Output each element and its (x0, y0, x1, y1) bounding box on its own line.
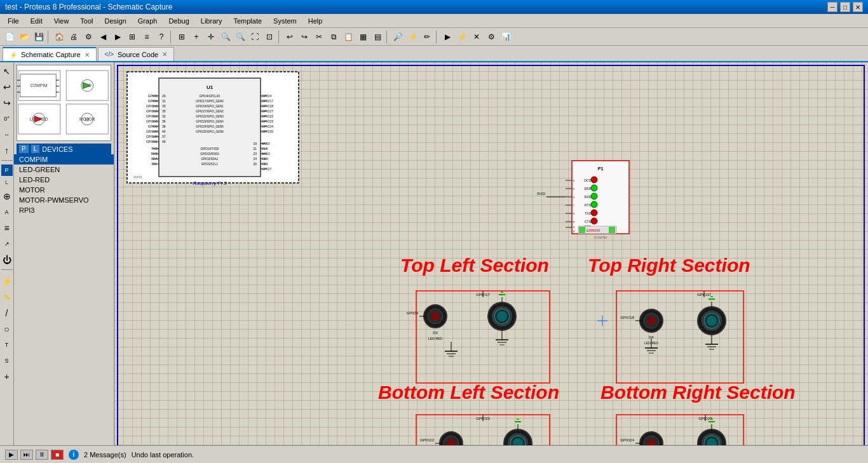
tb-btn6[interactable]: ⊞ (125, 30, 139, 44)
zoom-in-button[interactable]: 🔍 (219, 30, 233, 44)
play-button[interactable]: ▶ (5, 450, 18, 460)
svg-text:RTS: RTS (585, 203, 592, 207)
device-motor[interactable]: MOTOR (14, 185, 114, 195)
source-tab-close[interactable]: ✕ (162, 51, 167, 58)
zoom-area-button[interactable]: ⊡ (262, 30, 276, 44)
up-tool[interactable]: ↑ (0, 143, 15, 158)
devices-l-button[interactable]: L (31, 145, 40, 153)
tab-schematic[interactable]: ⚡ Schematic Capture ✕ (3, 47, 97, 61)
bus-tool[interactable]: ≡ (0, 220, 15, 236)
tb-btn7[interactable]: ≡ (140, 30, 154, 44)
rotate-tool[interactable]: 0° (0, 111, 15, 126)
new-button[interactable]: 📄 (3, 30, 17, 44)
svg-text:26: 26 (253, 162, 257, 166)
tb-btn19[interactable]: 📊 (499, 30, 513, 44)
menu-tool[interactable]: Tool (75, 16, 98, 26)
junction-tool[interactable]: ⊕ (0, 189, 15, 204)
tb-btn3[interactable]: ⚙ (81, 30, 95, 44)
symbol-tool[interactable]: S (0, 353, 15, 368)
copy-button[interactable]: ⧉ (327, 30, 341, 44)
svg-text:GPIO4/GPCLK0: GPIO4/GPCLK0 (200, 95, 220, 98)
devices-p-button[interactable]: P (19, 145, 29, 153)
tb-btn10[interactable]: ✛ (204, 30, 218, 44)
save-button[interactable]: 💾 (32, 30, 46, 44)
add-tool[interactable]: + (0, 369, 15, 384)
mirror-tool[interactable]: ↔ (0, 127, 15, 142)
redo-tool[interactable]: ↪ (0, 95, 15, 111)
undo-tool[interactable]: ↩ (0, 79, 15, 95)
measure-tool[interactable]: 📏 (0, 290, 15, 305)
tab-source-code[interactable]: </> Source Code ✕ (98, 47, 175, 61)
tb-btn13[interactable]: 🔎 (391, 30, 405, 44)
tb-btn14[interactable]: ⚡ (405, 30, 419, 44)
schematic-tab-close[interactable]: ✕ (85, 51, 90, 58)
line-tool[interactable]: / (0, 305, 15, 321)
zoom-out-button[interactable]: 🔍 (233, 30, 247, 44)
tb-btn11[interactable]: ▦ (356, 30, 370, 44)
tb-btn4[interactable]: ◀ (96, 30, 110, 44)
canvas-area[interactable]: U1 GPIO5 GPIO6 GPIO13 GPIO19 GPIO12 GPIO… (114, 62, 868, 445)
select-tool[interactable]: ↖ (0, 64, 15, 79)
zoom-fit-button[interactable]: ⛶ (248, 30, 262, 44)
menu-view[interactable]: View (49, 16, 74, 26)
circle-tool[interactable]: ○ (0, 321, 15, 337)
menu-system[interactable]: System (268, 16, 302, 26)
device-led-green[interactable]: LED-GREEN (14, 164, 114, 175)
menu-help[interactable]: Help (303, 16, 328, 26)
tb-btn12[interactable]: ▤ (370, 30, 384, 44)
svg-text:U1: U1 (207, 84, 214, 90)
svg-text:DSR: DSR (584, 187, 591, 191)
redo-button[interactable]: ↪ (297, 30, 311, 44)
svg-rect-110 (572, 161, 629, 234)
paste-button[interactable]: 📋 (341, 30, 355, 44)
tb-btn16[interactable]: ⚡ (455, 30, 469, 44)
undo-button[interactable]: ↩ (283, 30, 297, 44)
home-button[interactable]: 🏠 (52, 30, 66, 44)
menu-template[interactable]: Template (228, 16, 267, 26)
menu-file[interactable]: File (3, 16, 24, 26)
device-motor-pwm[interactable]: MOTOR-PWMSERVO (14, 195, 114, 205)
print-button[interactable]: 🖨 (67, 30, 81, 44)
maximize-button[interactable]: □ (840, 2, 850, 12)
svg-text:29: 29 (162, 94, 166, 98)
device-rpi3[interactable]: RPI3 (14, 205, 114, 215)
sub-tool[interactable]: ↗ (0, 236, 15, 252)
power-tool[interactable]: ⏻ (0, 252, 15, 267)
open-button[interactable]: 📂 (17, 30, 31, 44)
probe-tool[interactable]: ⚡ (0, 274, 15, 289)
grid-button[interactable]: ⊞ (175, 30, 189, 44)
menu-library[interactable]: Library (196, 16, 227, 26)
menu-graph[interactable]: Graph (133, 16, 163, 26)
device-compim[interactable]: COMPIM (14, 154, 114, 164)
menu-edit[interactable]: Edit (25, 16, 48, 26)
message-count: 2 Message(s) (84, 451, 126, 459)
wire-tool[interactable]: L (1, 177, 13, 188)
close-button[interactable]: ✕ (853, 2, 863, 12)
run-button[interactable]: ▶ (440, 30, 454, 44)
svg-text:DCD: DCD (584, 178, 591, 182)
tb-btn17[interactable]: ✕ (470, 30, 484, 44)
device-led-red[interactable]: LED-RED (14, 175, 114, 185)
stop-button[interactable]: ■ (51, 450, 64, 460)
svg-text:GPIO17/GPIO_GEN0: GPIO17/GPIO_GEN0 (196, 100, 224, 103)
menu-design[interactable]: Design (100, 16, 132, 26)
svg-text:31: 31 (162, 99, 166, 103)
tb-btn8[interactable]: ? (154, 30, 168, 44)
tb-btn15[interactable]: ✏ (420, 30, 434, 44)
component-tool[interactable]: P (1, 164, 13, 176)
pause-button[interactable]: ⏸ (36, 450, 48, 460)
text-tool[interactable]: T (0, 337, 15, 352)
motor-tl (488, 302, 516, 330)
cut-button[interactable]: ✂ (312, 30, 326, 44)
tb-btn5[interactable]: ▶ (111, 30, 125, 44)
svg-text:35: 35 (162, 109, 166, 113)
menu-debug[interactable]: Debug (163, 16, 194, 26)
schematic-canvas[interactable]: U1 GPIO5 GPIO6 GPIO13 GPIO19 GPIO12 GPIO… (114, 62, 868, 445)
minimize-button[interactable]: ─ (827, 2, 837, 12)
label-tool[interactable]: A (0, 205, 15, 220)
tb-btn18[interactable]: ⚙ (484, 30, 498, 44)
tb-btn9[interactable]: + (189, 30, 203, 44)
step-button[interactable]: ⏭ (20, 450, 33, 460)
source-tab-icon: </> (105, 51, 114, 58)
svg-text:36: 36 (162, 119, 166, 123)
